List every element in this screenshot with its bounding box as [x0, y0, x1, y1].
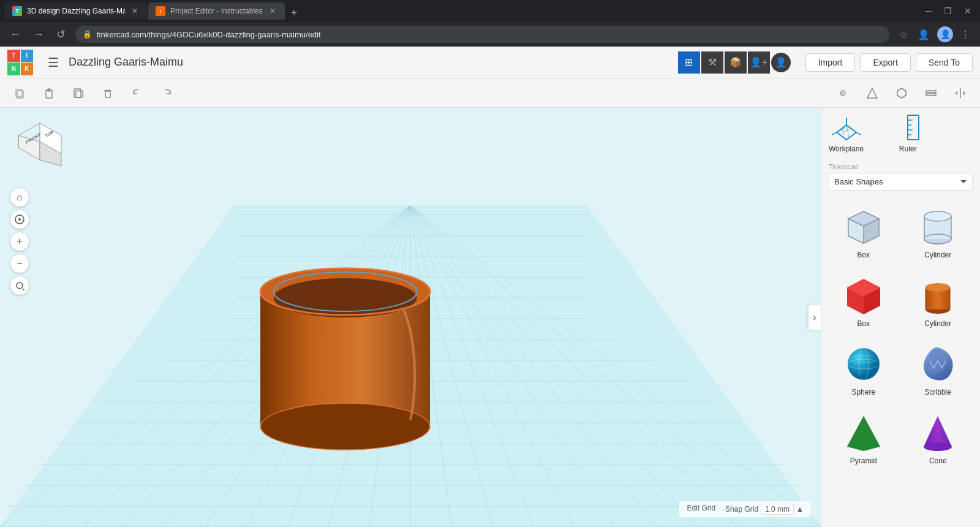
tinkercad-logo[interactable]: T I N K: [7, 50, 33, 75]
new-tab-button[interactable]: +: [286, 7, 303, 20]
export-button[interactable]: Export: [860, 53, 910, 72]
close-button[interactable]: ✕: [960, 5, 975, 17]
shape-box-wire[interactable]: Box: [829, 200, 899, 264]
tab-tinkercad[interactable]: T 3D design Dazzling Gaaris-Maim... ✕: [5, 2, 147, 20]
shape-sphere-icon: [842, 343, 885, 385]
delete-button[interactable]: [98, 83, 118, 103]
align-tool-button[interactable]: [921, 83, 941, 103]
tool-view-button[interactable]: ⚒: [701, 51, 723, 74]
tab-title-instructables: Project Editor - Instructables: [170, 7, 263, 15]
shape-box-solid-label: Box: [857, 319, 870, 328]
snap-grid-label: Snap Grid: [725, 505, 758, 514]
paste-button[interactable]: [39, 83, 59, 103]
project-title[interactable]: Dazzling Gaaris-Maimu: [69, 56, 183, 69]
logo-t: T: [7, 50, 20, 63]
view-type-buttons: ⊞ ⚒ 📦 👤+ 👤: [678, 51, 791, 74]
logo-k: K: [21, 63, 34, 75]
zoom-out-button[interactable]: −: [10, 254, 29, 273]
shape-cylinder-solid-label: Cylinder: [924, 319, 951, 328]
svg-marker-12: [867, 88, 877, 98]
shape-cone[interactable]: Cone: [903, 406, 973, 470]
mirror-tool-button[interactable]: [951, 83, 970, 103]
zoom-in-button[interactable]: +: [10, 232, 29, 251]
category-label: Tinkercad: [829, 163, 973, 170]
shape-box-solid[interactable]: Box: [829, 269, 899, 333]
shape-cylinder-wire[interactable]: Cylinder: [903, 200, 973, 264]
package-view-button[interactable]: 📦: [725, 51, 747, 74]
refresh-button[interactable]: ↺: [54, 25, 68, 44]
shape-tool-2-button[interactable]: [892, 83, 911, 103]
shape-box-wire-label: Box: [857, 251, 870, 259]
ruler-tool[interactable]: Ruler: [893, 113, 922, 153]
profile-icon[interactable]: 👤: [915, 26, 932, 43]
svg-rect-15: [926, 94, 936, 96]
shape-sphere[interactable]: Sphere: [829, 338, 899, 401]
duplicate-button[interactable]: [69, 83, 88, 103]
snap-grid-value[interactable]: 1.0 mm: [761, 504, 794, 515]
more-options-icon[interactable]: ⋮: [958, 26, 973, 43]
svg-point-77: [17, 282, 23, 289]
ruler-icon: [893, 113, 922, 142]
shape-tool-1-button[interactable]: [862, 83, 882, 103]
light-tool-button[interactable]: [833, 83, 853, 103]
tab-title-tinkercad: 3D design Dazzling Gaaris-Maim...: [27, 7, 125, 15]
tab-instructables[interactable]: I Project Editor - Instructables ✕: [148, 2, 285, 20]
fit-view-button[interactable]: [10, 276, 29, 295]
workplane-tool[interactable]: Workplane: [829, 113, 864, 153]
forward-button[interactable]: →: [31, 26, 47, 44]
shape-cylinder-wire-label: Cylinder: [924, 251, 951, 259]
logo-i: I: [21, 50, 34, 63]
svg-rect-4: [74, 89, 81, 97]
svg-point-112: [925, 283, 950, 292]
window-controls: ─ ❐ ✕: [922, 5, 975, 17]
shape-cylinder-solid-icon: [916, 274, 959, 317]
bookmark-icon[interactable]: ☆: [897, 26, 910, 43]
url-bar[interactable]: 🔒 tinkercad.com/things/4GDCu6xlk0D-dazzl…: [75, 26, 889, 43]
grid-plane: [0, 108, 821, 527]
panel-collapse-arrow[interactable]: ›: [809, 305, 821, 330]
3d-object: [260, 268, 430, 450]
shape-cone-label: Cone: [929, 457, 947, 465]
tabs-container: T 3D design Dazzling Gaaris-Maim... ✕ I …: [5, 2, 912, 20]
hamburger-menu[interactable]: ☰: [43, 53, 64, 72]
home-view-button[interactable]: ⌂: [10, 188, 29, 207]
view-cube[interactable]: TOP FRONT: [12, 120, 67, 175]
shape-box-solid-icon: [842, 274, 885, 317]
user-avatar-button[interactable]: 👤: [771, 53, 791, 72]
user-plus-button[interactable]: 👤+: [748, 51, 770, 74]
shape-scribble[interactable]: Scribble: [903, 338, 973, 401]
svg-point-103: [924, 211, 951, 221]
back-button[interactable]: ←: [7, 26, 23, 44]
svg-point-11: [842, 92, 844, 94]
import-button[interactable]: Import: [805, 53, 856, 72]
top-toolbar: T I N K ☰ Dazzling Gaaris-Maimu ⊞ ⚒ 📦 👤+…: [0, 47, 980, 78]
tab-close-instructables[interactable]: ✕: [268, 6, 277, 16]
grid-view-button[interactable]: ⊞: [678, 51, 700, 74]
tab-favicon-instructables: I: [156, 6, 165, 16]
copy-button[interactable]: [10, 83, 29, 103]
shape-pyramid[interactable]: Pyramid: [829, 406, 899, 470]
shape-cone-icon: [916, 411, 959, 454]
orbit-button[interactable]: [10, 210, 29, 229]
workplane-label: Workplane: [829, 145, 864, 153]
shape-scribble-icon: [916, 343, 959, 385]
send-to-button[interactable]: Send To: [916, 53, 973, 72]
tab-favicon-tinkercad: T: [12, 6, 22, 16]
shape-cylinder-solid[interactable]: Cylinder: [903, 269, 973, 333]
maximize-button[interactable]: ❐: [940, 5, 956, 17]
shape-pyramid-label: Pyramid: [850, 457, 877, 465]
minimize-button[interactable]: ─: [922, 5, 935, 17]
snap-grid-up-icon[interactable]: ▲: [796, 505, 804, 514]
redo-button[interactable]: [157, 83, 176, 103]
snap-grid-control: Snap Grid 1.0 mm ▲: [725, 504, 804, 515]
edit-grid-label[interactable]: Edit Grid: [687, 504, 715, 515]
shapes-grid: Box Cylinder: [821, 195, 980, 475]
undo-button[interactable]: [127, 83, 147, 103]
edit-right-tools: [833, 83, 970, 103]
avatar[interactable]: 👤: [937, 26, 953, 42]
tab-close-tinkercad[interactable]: ✕: [130, 6, 140, 16]
viewport[interactable]: TOP FRONT ⌂ + − Edit Grid: [0, 108, 821, 527]
browser-actions: ☆ 👤 👤 ⋮: [897, 26, 973, 43]
url-text: tinkercad.com/things/4GDCu6xlk0D-dazzlin…: [97, 30, 321, 39]
category-select[interactable]: Basic Shapes: [829, 173, 973, 191]
